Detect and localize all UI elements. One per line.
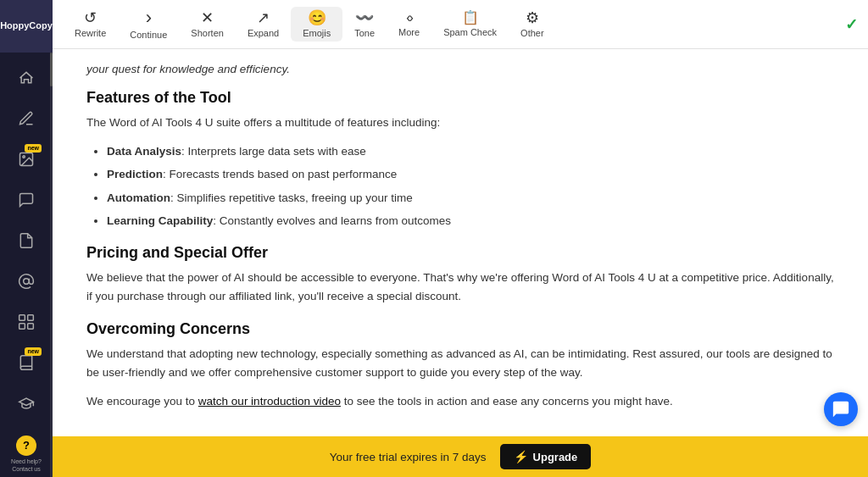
bullet-term: Data Analysis [107, 145, 181, 158]
trial-bottom-bar: Your free trial expires in 7 days ⚡ Upgr… [53, 436, 868, 477]
section1-title: Features of the Tool [86, 89, 834, 107]
sidebar-nav: new new [0, 53, 53, 429]
sidebar-item-image[interactable]: new [8, 141, 45, 178]
app-logo[interactable]: Hoppy Copy [0, 0, 53, 53]
list-item: Data Analysis: Interprets large data set… [107, 142, 834, 161]
bullet-term: Prediction [107, 168, 163, 180]
chat-bubble-icon [832, 400, 850, 419]
toolbar-continue[interactable]: › Continue [118, 5, 179, 43]
toolbar-tone[interactable]: 〰️ Tone [342, 7, 387, 42]
section2-body: We believe that the power of AI should b… [86, 269, 834, 307]
sidebar-item-document[interactable] [8, 222, 45, 259]
rewrite-label: Rewrite [75, 28, 106, 38]
other-label: Other [520, 28, 544, 38]
sidebar: Hoppy Copy new new [0, 0, 53, 477]
toolbar-shorten[interactable]: ✕ Shorten [179, 7, 236, 42]
section2-title: Pricing and Special Offer [86, 244, 834, 262]
document-icon [18, 232, 35, 249]
main-area: ↺ Rewrite › Continue ✕ Shorten ↗ Expand … [53, 0, 868, 477]
spamcheck-label: Spam Check [443, 27, 497, 37]
bullet-term: Automation [107, 191, 170, 204]
shorten-label: Shorten [191, 28, 224, 38]
bolt-icon: ⚡ [514, 450, 528, 463]
email-icon [18, 273, 35, 290]
spamcheck-icon: 📋 [462, 11, 479, 25]
features-list: Data Analysis: Interprets large data set… [86, 142, 834, 230]
svg-rect-3 [19, 315, 25, 321]
section1-intro: The Word of AI Tools 4 U suite offers a … [86, 114, 834, 132]
continue-icon: › [146, 8, 152, 27]
intro-video-link[interactable]: watch our introduction video [198, 395, 341, 408]
svg-point-1 [23, 156, 25, 158]
toolbar-expand[interactable]: ↗ Expand [236, 7, 291, 42]
section3-pre-text: We encourage you to [86, 395, 198, 408]
continue-label: Continue [130, 30, 167, 40]
more-label: More [398, 27, 420, 37]
list-item: Automation: Simplifies repetitive tasks,… [107, 189, 834, 208]
new-badge-library: new [25, 347, 42, 356]
sidebar-bottom: ? Need help?Contact us [8, 429, 45, 477]
toolbar-rewrite[interactable]: ↺ Rewrite [63, 7, 118, 42]
sidebar-item-academy[interactable] [8, 385, 45, 422]
chat-bubble-button[interactable] [824, 392, 858, 426]
sidebar-item-edit[interactable] [8, 100, 45, 137]
help-label: Need help?Contact us [11, 458, 42, 473]
svg-rect-5 [19, 324, 25, 330]
sidebar-item-email[interactable] [8, 263, 45, 300]
expand-label: Expand [248, 28, 279, 38]
sidebar-item-chat[interactable] [8, 181, 45, 219]
tone-icon: 〰️ [355, 10, 374, 25]
app-name-line2: Copy [29, 20, 53, 31]
new-badge: new [25, 144, 42, 153]
more-icon: ‹› [406, 11, 412, 25]
list-item: Prediction: Forecasts trends based on pa… [107, 165, 834, 184]
book-icon [18, 354, 35, 371]
sidebar-item-integrations[interactable] [8, 303, 45, 341]
bullet-desc: : Interprets large data sets with ease [181, 145, 366, 158]
emojis-label: Emojis [303, 28, 331, 38]
chat-icon [18, 191, 35, 208]
checkmark-icon: ✓ [845, 15, 858, 34]
bullet-term: Learning Capability [107, 214, 213, 227]
upgrade-label: Upgrade [533, 451, 578, 463]
content-area[interactable]: your quest for knowledge and efficiency.… [53, 49, 868, 477]
toolbar: ↺ Rewrite › Continue ✕ Shorten ↗ Expand … [53, 0, 868, 49]
shorten-icon: ✕ [201, 10, 214, 25]
section3-post-text: to see the tools in action and ease any … [341, 395, 673, 408]
trial-text: Your free trial expires in 7 days [330, 451, 487, 463]
other-icon: ⚙ [526, 10, 539, 25]
sidebar-item-home[interactable] [8, 59, 45, 97]
help-circle-icon: ? [16, 435, 36, 456]
toolbar-emojis[interactable]: 😊 Emojis [291, 7, 342, 42]
emojis-icon: 😊 [308, 10, 326, 25]
svg-point-2 [24, 279, 30, 285]
home-icon [18, 69, 35, 86]
intro-truncated-text: your quest for knowledge and efficiency. [86, 63, 834, 75]
toolbar-spamcheck[interactable]: 📋 Spam Check [431, 8, 509, 41]
grid-icon [18, 313, 35, 330]
rewrite-icon: ↺ [84, 10, 97, 25]
app-name-line1: Hoppy [0, 20, 29, 31]
sidebar-item-library[interactable]: new [8, 344, 45, 381]
svg-rect-6 [28, 324, 34, 330]
graduation-icon [18, 395, 35, 412]
toolbar-other[interactable]: ⚙ Other [509, 7, 556, 42]
list-item: Learning Capability: Constantly evolves … [107, 212, 834, 230]
toolbar-more[interactable]: ‹› More [387, 8, 431, 41]
svg-rect-4 [28, 315, 34, 321]
edit-icon [18, 110, 35, 127]
bullet-desc: : Constantly evolves and learns from out… [213, 214, 451, 227]
bullet-desc: : Forecasts trends based on past perform… [163, 168, 397, 180]
image-icon [18, 151, 35, 168]
section3-body1: We understand that adopting new technolo… [86, 345, 834, 383]
expand-icon: ↗ [257, 10, 270, 25]
section3-body2: We encourage you to watch our introducti… [86, 392, 834, 411]
help-button[interactable]: ? Need help?Contact us [8, 435, 45, 473]
upgrade-button[interactable]: ⚡ Upgrade [500, 444, 592, 469]
tone-label: Tone [354, 28, 375, 38]
bullet-desc: : Simplifies repetitive tasks, freeing u… [170, 191, 413, 204]
section3-title: Overcoming Concerns [86, 320, 834, 338]
